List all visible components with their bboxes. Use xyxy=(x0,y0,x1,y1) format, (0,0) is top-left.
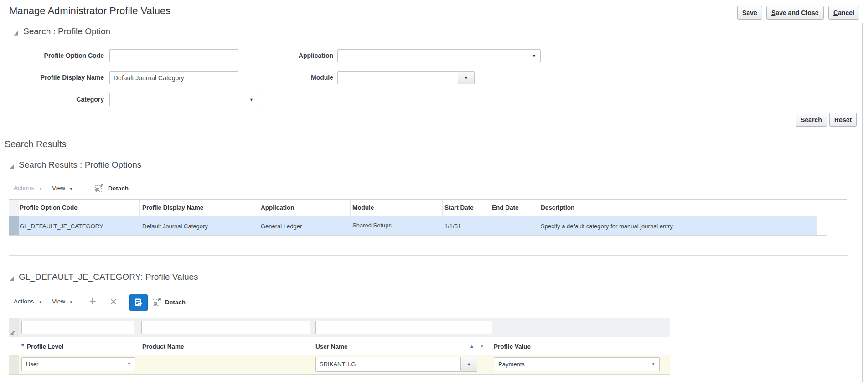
profile-option-code-label: Profile Option Code xyxy=(26,49,104,62)
column-divider xyxy=(140,200,140,216)
module-label: Module xyxy=(265,71,333,84)
add-row-icon[interactable]: + xyxy=(89,296,96,307)
column-header-profile-level[interactable]: Profile Level xyxy=(27,343,63,350)
column-header-profile-display-name[interactable]: Profile Display Name xyxy=(142,204,203,211)
filter-profile-level-input[interactable] xyxy=(21,321,134,334)
cell-description: Specify a default category for manual jo… xyxy=(541,223,674,230)
section-bottom-border xyxy=(4,382,849,382)
chevron-down-icon: ▼ xyxy=(39,187,42,191)
save-and-close-button-label: Save and Close xyxy=(771,9,819,16)
column-divider xyxy=(538,200,538,216)
column-header-application[interactable]: Application xyxy=(261,204,294,211)
reset-button-label: Reset xyxy=(834,116,852,123)
category-label: Category xyxy=(26,93,104,106)
filter-user-name-input[interactable] xyxy=(315,321,492,334)
table-header-selector-cell xyxy=(9,200,19,216)
chevron-down-icon: ▼ xyxy=(249,98,253,102)
cancel-button[interactable]: Cancel xyxy=(828,6,859,20)
results-section-title: Search Results : Profile Options xyxy=(19,160,141,170)
chevron-down-icon: ▼ xyxy=(69,300,73,304)
required-marker: * xyxy=(21,342,24,349)
user-name-input[interactable] xyxy=(315,357,460,372)
column-header-start-date[interactable]: Start Date xyxy=(444,204,474,211)
search-section-title: Search : Profile Option xyxy=(23,26,110,36)
cell-application: General Ledger xyxy=(261,223,302,230)
search-results-heading: Search Results xyxy=(5,139,67,149)
cell-module: Shared Setups xyxy=(352,222,392,229)
page-title: Manage Administrator Profile Values xyxy=(9,5,170,17)
delete-row-icon[interactable]: ✕ xyxy=(110,298,117,306)
reset-button[interactable]: Reset xyxy=(829,113,857,127)
row-selector-cell[interactable] xyxy=(9,216,19,235)
table-row[interactable]: GL_DEFAULT_JE_CATEGORY Default Journal C… xyxy=(19,216,817,235)
save-button[interactable]: Save xyxy=(737,6,762,20)
query-by-example-button[interactable] xyxy=(129,294,148,311)
column-divider xyxy=(258,200,258,216)
results-actions-menu[interactable]: Actions xyxy=(14,185,34,191)
scrollbar-track[interactable] xyxy=(862,23,863,382)
module-input[interactable] xyxy=(337,71,458,84)
column-header-profile-value[interactable]: Profile Value xyxy=(494,343,531,350)
column-divider xyxy=(350,200,351,216)
category-select[interactable]: ▼ xyxy=(109,93,258,106)
profile-values-detach-button[interactable]: Detach xyxy=(165,299,186,306)
column-header-module[interactable]: Module xyxy=(352,204,374,211)
chevron-down-icon: ▼ xyxy=(467,362,471,367)
application-label: Application xyxy=(265,49,333,62)
column-divider xyxy=(442,200,443,216)
manage-administrator-profile-values-page: Manage Administrator Profile Values Save… xyxy=(0,0,868,385)
profile-value-select[interactable]: Payments ▼ xyxy=(494,357,660,371)
save-button-label: Save xyxy=(742,9,757,16)
search-button-label: Search xyxy=(801,116,822,123)
row-selector-cell[interactable] xyxy=(9,355,19,374)
section-collapse-icon[interactable]: ◢ xyxy=(14,30,18,36)
column-header-user-name[interactable]: User Name xyxy=(315,343,348,350)
column-header-end-date[interactable]: End Date xyxy=(492,204,519,211)
cancel-button-label: Cancel xyxy=(833,9,854,16)
query-by-example-icon xyxy=(134,298,144,308)
detach-icon[interactable] xyxy=(152,297,162,308)
column-header-product-name[interactable]: Product Name xyxy=(142,343,184,350)
table-top-border xyxy=(9,199,847,200)
section-divider xyxy=(9,255,848,256)
chevron-down-icon: ▼ xyxy=(39,300,42,304)
sort-descending-icon[interactable]: ▼ xyxy=(480,344,484,349)
row-bottom-border xyxy=(9,235,827,236)
cell-start-date: 1/1/51 xyxy=(444,223,461,230)
application-select[interactable]: ▼ xyxy=(337,49,541,62)
filter-product-name-input[interactable] xyxy=(141,321,310,334)
chevron-down-icon: ▼ xyxy=(464,76,468,80)
detach-icon[interactable] xyxy=(95,183,104,195)
sort-ascending-icon[interactable]: ▲ xyxy=(470,344,474,349)
results-view-menu[interactable]: View xyxy=(52,185,65,191)
section-collapse-icon[interactable]: ◢ xyxy=(10,164,14,169)
filter-row-selector-cell xyxy=(9,318,19,337)
column-divider xyxy=(490,200,490,216)
profile-display-name-label: Profile Display Name xyxy=(26,71,104,84)
cell-profile-display-name: Default Journal Category xyxy=(142,223,208,230)
cell-profile-option-code: GL_DEFAULT_JE_CATEGORY xyxy=(20,223,103,230)
profile-values-view-menu[interactable]: View xyxy=(52,298,65,305)
column-header-description[interactable]: Description xyxy=(541,204,574,211)
results-detach-button[interactable]: Detach xyxy=(108,185,129,192)
profile-level-select-value: User xyxy=(26,361,38,368)
profile-values-section-title: GL_DEFAULT_JE_CATEGORY: Profile Values xyxy=(19,272,198,282)
search-button[interactable]: Search xyxy=(796,113,827,127)
profile-display-name-input[interactable] xyxy=(109,71,238,84)
user-name-dropdown-button[interactable]: ▼ xyxy=(460,357,477,372)
chevron-down-icon: ▼ xyxy=(127,362,131,366)
chevron-down-icon: ▼ xyxy=(69,187,73,191)
profile-option-code-input[interactable] xyxy=(109,49,238,62)
profile-value-select-value: Payments xyxy=(498,361,525,368)
profile-level-select[interactable]: User ▼ xyxy=(21,357,135,371)
module-dropdown-button[interactable]: ▼ xyxy=(458,71,475,84)
chevron-down-icon: ▼ xyxy=(532,54,536,58)
column-header-profile-option-code[interactable]: Profile Option Code xyxy=(20,204,78,211)
save-and-close-button[interactable]: Save and Close xyxy=(766,6,824,20)
pencil-icon xyxy=(10,329,16,337)
profile-values-actions-menu[interactable]: Actions xyxy=(14,298,34,305)
row-bottom-border xyxy=(9,374,670,375)
section-collapse-icon[interactable]: ◢ xyxy=(10,276,14,281)
chevron-down-icon: ▼ xyxy=(651,362,655,366)
